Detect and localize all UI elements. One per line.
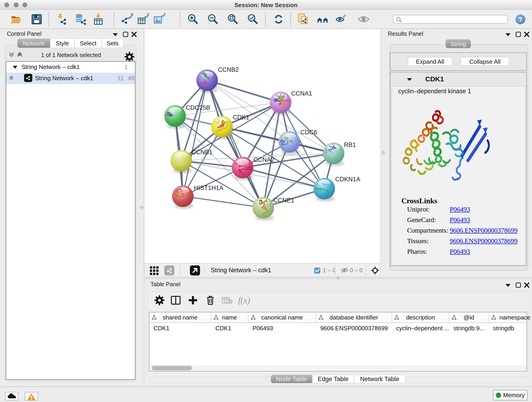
svg-text:CCNA2: CCNA2 <box>253 156 274 163</box>
svg-text:CDKN1A: CDKN1A <box>335 176 360 183</box>
svg-text:HIST1H1A: HIST1H1A <box>194 185 223 191</box>
svg-text:CCNB1: CCNB1 <box>191 149 213 156</box>
svg-text:CCNE1: CCNE1 <box>273 197 294 204</box>
svg-text:CDC25B: CDC25B <box>186 104 210 111</box>
svg-text:RB1: RB1 <box>344 141 356 148</box>
svg-text:CDK1: CDK1 <box>233 114 249 121</box>
svg-text:CDC6: CDC6 <box>300 129 317 136</box>
svg-text:CCNA1: CCNA1 <box>291 90 312 97</box>
svg-text:CCNB2: CCNB2 <box>218 66 239 73</box>
